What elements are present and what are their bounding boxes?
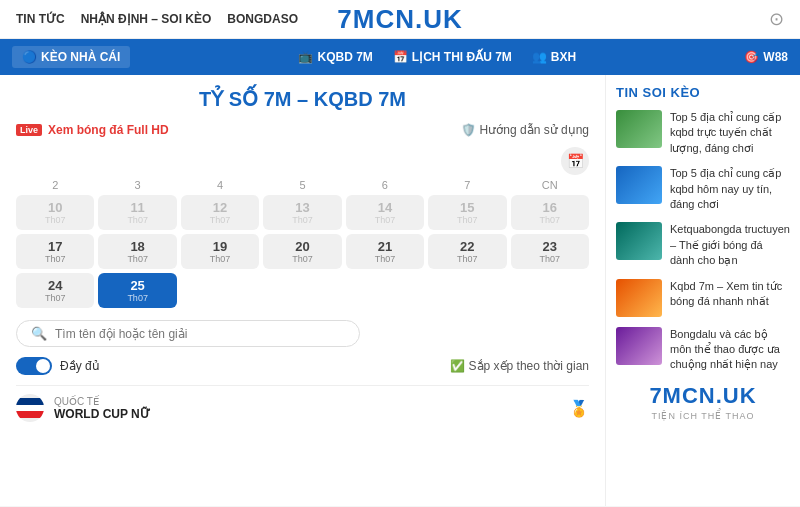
site-logo[interactable]: 7MCN.UK [337,4,462,35]
day-sub: Th07 [430,254,504,264]
news-item[interactable]: Kqbd 7m – Xem tin tức bóng đá nhanh nhất [616,279,790,317]
day-sub: Th07 [513,215,587,225]
live-link[interactable]: Live Xem bóng đá Full HD [16,123,169,137]
calendar-day[interactable]: 12Th07 [181,195,259,230]
news-thumbnail [616,166,662,204]
calendar-day [428,273,506,308]
nav-nhan-dinh[interactable]: NHẬN ĐỊNH – SOI KÈO [81,12,212,26]
league-flag [16,394,44,422]
day-sub: Th07 [265,254,339,264]
sort-text: Sắp xếp theo thời gian [469,359,589,373]
day-number: 20 [265,239,339,254]
filter-row: Đầy đủ ✅ Sắp xếp theo thời gian [16,357,589,375]
day-sub: Th07 [18,293,92,303]
calendar-day-header: CN [511,179,589,191]
toggle-label: Đầy đủ [60,359,100,373]
league-name: WORLD CUP NỮ [54,407,559,421]
day-number: 14 [348,200,422,215]
calendar-day[interactable]: 23Th07 [511,234,589,269]
right-sidebar: TIN SOI KÈO Top 5 địa chỉ cung cấp kqbd … [605,75,800,506]
day-number: 13 [265,200,339,215]
calendar-day[interactable]: 15Th07 [428,195,506,230]
keo-nha-cai-item[interactable]: 🔵 KÈO NHÀ CÁI [12,46,130,68]
calendar-day [181,273,259,308]
day-number: 18 [100,239,174,254]
day-number: 25 [100,278,174,293]
kqbd-label: KQBD 7M [317,50,372,64]
day-number: 17 [18,239,92,254]
day-sub: Th07 [100,215,174,225]
calendar-day-header: 4 [181,179,259,191]
search-input[interactable] [55,327,345,341]
news-item[interactable]: Ketquabongda tructuyen – Thế giới bóng đ… [616,222,790,268]
news-text: Bongdalu và các bộ môn thể thao được ưa … [670,327,790,373]
day-sub: Th07 [430,215,504,225]
bxh-label: BXH [551,50,576,64]
calendar-day[interactable]: 18Th07 [98,234,176,269]
nav-tin-tuc[interactable]: TIN TỨC [16,12,65,26]
watermark-sub: TIỆN ÍCH THỂ THAO [616,411,790,421]
sort-icon: ✅ [450,359,465,373]
sidebar-watermark: 7MCN.UK TIỆN ÍCH THỂ THAO [616,383,790,421]
calendar-toggle-button[interactable]: 📅 [561,147,589,175]
content-area: TỶ SỐ 7M – KQBD 7M Live Xem bóng đá Full… [0,75,605,506]
news-item[interactable]: Bongdalu và các bộ môn thể thao được ưa … [616,327,790,373]
news-item[interactable]: Top 5 địa chỉ cung cấp kqbd trực tuyến c… [616,110,790,156]
calendar-day[interactable]: 13Th07 [263,195,341,230]
full-toggle[interactable] [16,357,52,375]
day-number: 23 [513,239,587,254]
main-layout: TỶ SỐ 7M – KQBD 7M Live Xem bóng đá Full… [0,75,800,506]
calendar-day[interactable]: 20Th07 [263,234,341,269]
day-sub: Th07 [18,254,92,264]
day-number: 16 [513,200,587,215]
news-item[interactable]: Top 5 địa chỉ cung cấp kqbd hôm nay uy t… [616,166,790,212]
bxh-item[interactable]: 👥 BXH [532,50,576,64]
bxh-icon: 👥 [532,50,547,64]
calendar-day[interactable]: 16Th07 [511,195,589,230]
day-sub: Th07 [183,215,257,225]
calendar-day-header: 3 [98,179,176,191]
calendar-day[interactable]: 10Th07 [16,195,94,230]
day-number: 24 [18,278,92,293]
live-text: Xem bóng đá Full HD [48,123,169,137]
calendar-day[interactable]: 21Th07 [346,234,424,269]
keo-icon: 🔵 [22,50,37,64]
live-dot: Live [16,124,42,136]
news-text: Top 5 địa chỉ cung cấp kqbd trực tuyến c… [670,110,790,156]
day-sub: Th07 [348,254,422,264]
calendar-icon-row: 📅 [16,147,589,175]
news-list: Top 5 địa chỉ cung cấp kqbd trực tuyến c… [616,110,790,373]
kqbd-item[interactable]: 📺 KQBD 7M [298,50,372,64]
news-thumbnail [616,110,662,148]
calendar-day-header: 6 [346,179,424,191]
day-sub: Th07 [183,254,257,264]
nav-links: TIN TỨC NHẬN ĐỊNH – SOI KÈO BONGDASO [16,12,298,26]
w88-item[interactable]: 🎯 W88 [744,50,788,64]
guide-link[interactable]: 🛡️ Hướng dẫn sử dụng [461,123,589,137]
day-number: 15 [430,200,504,215]
lich-thi-dau-item[interactable]: 📅 LỊCH THI ĐẤU 7M [393,50,512,64]
calendar-grid: 10Th0711Th0712Th0713Th0714Th0715Th0716Th… [16,195,589,308]
calendar-day-header: 7 [428,179,506,191]
news-thumbnail [616,222,662,260]
settings-icon[interactable]: ⊙ [769,8,784,30]
lich-label: LỊCH THI ĐẤU 7M [412,50,512,64]
calendar-day[interactable]: 11Th07 [98,195,176,230]
calendar-header: 234567CN [16,179,589,191]
league-row[interactable]: QUỐC TẾ WORLD CUP NỮ 🏅 [16,385,589,430]
nav-bongdaso[interactable]: BONGDASO [227,12,298,26]
blue-navigation: 🔵 KÈO NHÀ CÁI 📺 KQBD 7M 📅 LỊCH THI ĐẤU 7… [0,39,800,75]
calendar-day[interactable]: 24Th07 [16,273,94,308]
kqbd-icon: 📺 [298,50,313,64]
calendar-day[interactable]: 22Th07 [428,234,506,269]
calendar-day[interactable]: 14Th07 [346,195,424,230]
live-bar: Live Xem bóng đá Full HD 🛡️ Hướng dẫn sử… [16,123,589,137]
calendar-day [511,273,589,308]
calendar-day[interactable]: 25Th07 [98,273,176,308]
calendar-day[interactable]: 17Th07 [16,234,94,269]
league-info: QUỐC TẾ WORLD CUP NỮ [54,396,559,421]
calendar-day[interactable]: 19Th07 [181,234,259,269]
day-number: 19 [183,239,257,254]
guide-text: Hướng dẫn sử dụng [480,123,589,137]
calendar-day [346,273,424,308]
